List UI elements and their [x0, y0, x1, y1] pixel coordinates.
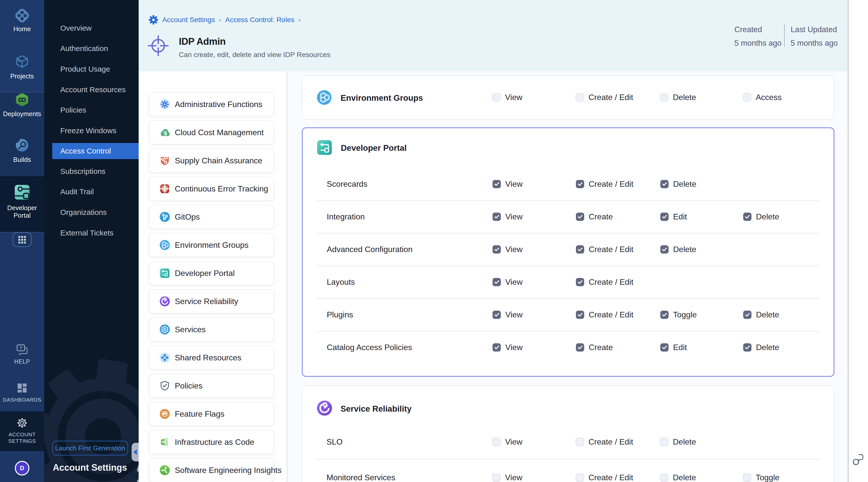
svg-text:$: $	[164, 130, 167, 137]
svg-text:?: ?	[20, 345, 22, 351]
